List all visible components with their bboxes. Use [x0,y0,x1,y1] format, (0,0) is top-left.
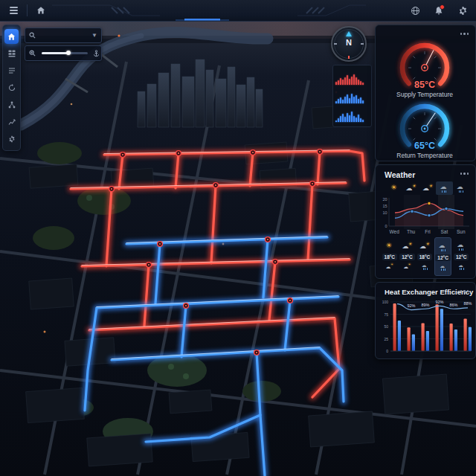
sidebar-item-modules[interactable] [4,46,19,61]
search-box[interactable]: ▼ [25,28,102,43]
return-temp-value: 65°C [414,141,435,151]
compass-tick-east [361,43,364,45]
sync-icon [8,84,16,91]
sidebar-item-analytics[interactable] [4,115,19,129]
return-bar [412,335,415,351]
sunny-weather-icon: ☀ [389,184,399,193]
rain-weather-icon: ☁ [439,264,447,271]
svg-text:0: 0 [386,349,388,353]
weather-icon-cell[interactable]: ☀ [386,181,402,195]
left-toolbar [2,25,21,151]
weather-icon-cell[interactable]: ☀☁ [419,181,436,195]
zoom-slider-fill [42,52,68,54]
partly-weather-icon: ☀☁ [406,184,416,193]
analytics-icon [8,118,16,126]
forecast-temp: 18°C [382,254,398,260]
sidebar-item-network[interactable] [4,97,19,112]
globe-icon[interactable] [406,1,424,19]
compass-north-label: N [346,38,352,47]
home-icon [7,33,16,41]
sidebar-item-layers[interactable] [4,63,19,78]
chevron-down-icon[interactable]: ▼ [91,32,97,39]
sidebar-item-home[interactable] [4,29,19,44]
forecast-cell-thu[interactable]: ☀☁12°C☀☁ [399,237,416,274]
gear-icon[interactable] [454,1,472,19]
day-label: Sun [453,229,469,234]
return-bar [426,331,429,351]
forecast-temp: 18°C [417,254,433,260]
efficiency-label: 86% [449,303,457,307]
compass[interactable]: N [331,26,367,62]
day-label: Fri [419,229,436,234]
hamburger-menu-icon[interactable] [4,1,22,19]
panel-menu-icon[interactable] [460,33,469,35]
mini-activity-charts [332,65,372,127]
svg-text:10: 10 [382,210,387,215]
supply-temp-value: 85°C [414,80,435,90]
partly-weather-icon: ☀☁ [386,263,394,270]
day-label: Wed [386,229,402,234]
anchor-icon[interactable] [91,50,101,57]
home-icon[interactable] [32,1,50,19]
weather-icon-cell[interactable]: ☁ [436,181,452,195]
weather-panel: Weather ☀☀☁☀☁☁☁ 2015100 WedThuFriSatSun … [375,164,476,279]
panel-menu-icon[interactable] [460,173,469,175]
mini-chart-return-activity-1 [335,89,369,103]
partly-weather-icon: ☀☁ [402,242,412,251]
forecast-cell-sun[interactable]: ☁12°C☁ [453,237,469,274]
svg-text:0: 0 [385,224,387,228]
return-bar [440,309,443,351]
return-gauge [402,106,447,144]
forecast-cell-wed[interactable]: ☀18°C☀☁ [382,237,398,274]
weather-chart: 2015100 [376,195,475,229]
topbar-divider [27,4,28,16]
forecast-cell-sat[interactable]: ☁12°C☁ [434,237,452,276]
supply-bar [393,303,396,351]
weather-icon-row: ☀☀☁☀☁☁☁ [386,181,469,195]
compass-tick-south [348,56,350,59]
forecast-temp: 12°C [435,254,451,261]
district-heating-dashboard: { "theme": { "supply_color": "#ff4438", … [0,0,476,476]
supply-bar [408,327,411,351]
forecast-cell-fri[interactable]: ☀☁18°C☁ [416,237,433,274]
rain-weather-icon: ☁ [421,263,429,270]
weather-icon-cell[interactable]: ☁ [453,181,469,195]
efficiency-label: 89% [421,303,429,307]
svg-text:100: 100 [382,300,389,304]
return-trend-marker [428,213,431,216]
mini-chart-return-activity-2 [335,107,369,122]
zoom-in-icon [25,50,39,57]
layers-icon [8,67,16,74]
compass-north-needle-icon [346,31,352,36]
sidebar-item-sync[interactable] [4,80,19,95]
compass-tick-west [334,43,337,45]
day-label: Sat [436,229,452,234]
efficiency-title: Heat Exchanger Efficiency [385,288,473,296]
zoom-slider-box[interactable] [25,45,102,61]
supply-bar [464,318,467,351]
weather-title: Weather [385,170,415,179]
return-trend-marker [445,207,448,210]
partly-weather-icon: ☀☁ [403,263,411,270]
forecast-temp: 12°C [454,254,469,260]
zoom-slider-handle[interactable] [66,51,71,55]
zoom-slider-track[interactable] [42,52,88,54]
return-temp-label: Return Temperature [396,152,453,159]
supply-bar [450,324,453,351]
notification-badge [440,4,445,10]
efficiency-label: 92% [407,303,415,308]
settings-icon [8,135,16,143]
panel-menu-icon[interactable] [460,290,469,292]
supply-temp-label: Supply Temperature [396,91,453,98]
svg-text:75: 75 [384,312,388,317]
return-bar [469,327,472,351]
weather-icon-cell[interactable]: ☀☁ [402,181,419,195]
rain-weather-icon: ☁ [438,242,448,251]
search-input[interactable] [39,28,91,43]
sidebar-item-settings[interactable] [4,132,19,147]
partly-weather-icon: ☀☁ [419,242,430,251]
modules-icon [8,50,16,57]
svg-text:50: 50 [384,324,388,329]
bell-icon[interactable] [430,1,448,19]
supply-bar [422,323,425,351]
